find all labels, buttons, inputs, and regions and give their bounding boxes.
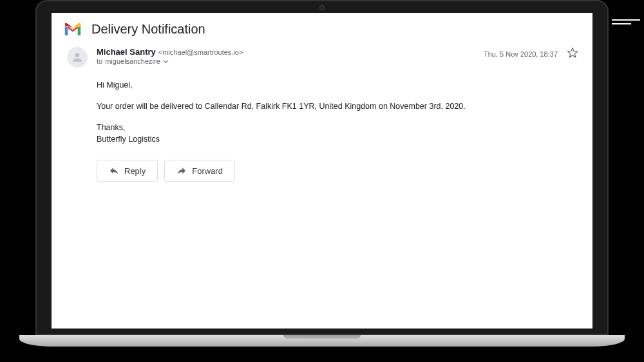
- decorative-side-marks: [612, 19, 643, 39]
- email-body: Hi Miguel, Your order will be delivered …: [52, 70, 592, 148]
- email-meta-row: Michael Santry <michael@smartroutes.io> …: [52, 41, 592, 70]
- email-meta-right: Thu, 5 Nov 2020, 18:37: [484, 47, 578, 61]
- body-greeting: Hi Miguel,: [97, 79, 578, 91]
- reply-label: Reply: [124, 166, 146, 176]
- reply-button[interactable]: Reply: [97, 160, 158, 182]
- star-outline-icon: [567, 47, 578, 59]
- body-thanks: Thanks,: [97, 123, 125, 132]
- reply-icon: [109, 166, 119, 176]
- body-message: Your order will be delivered to Callenda…: [97, 100, 578, 113]
- sender-info: Michael Santry <michael@smartroutes.io> …: [97, 47, 484, 65]
- recipient-name: miguelsanchezire: [105, 57, 160, 65]
- sender-avatar[interactable]: [67, 47, 88, 68]
- recipient-line[interactable]: to miguelsanchezire: [97, 57, 484, 65]
- body-signature: Butterfly Logistics: [97, 135, 160, 144]
- email-actions: Reply Forward: [52, 148, 592, 184]
- recipient-prefix: to: [97, 57, 102, 65]
- screen: Delivery Notification Michael Santry <mi…: [52, 13, 592, 329]
- star-button[interactable]: [567, 47, 578, 61]
- laptop-base: [19, 335, 625, 347]
- chevron-down-icon: [163, 59, 169, 64]
- email-timestamp: Thu, 5 Nov 2020, 18:37: [484, 50, 558, 58]
- person-icon: [71, 51, 84, 64]
- laptop-bezel: Delivery Notification Michael Santry <mi…: [35, 0, 609, 335]
- gmail-logo-icon: [63, 23, 82, 37]
- laptop-notch: [283, 335, 361, 339]
- camera-dot: [319, 5, 325, 10]
- laptop-mockup: Delivery Notification Michael Santry <mi…: [35, 0, 609, 348]
- forward-icon: [176, 166, 187, 176]
- forward-button[interactable]: Forward: [164, 160, 235, 182]
- sender-email: <michael@smartroutes.io>: [158, 48, 243, 56]
- sender-name: Michael Santry: [97, 47, 156, 57]
- email-subject-header: Delivery Notification: [52, 13, 592, 41]
- forward-label: Forward: [192, 166, 223, 176]
- email-subject: Delivery Notification: [91, 22, 205, 37]
